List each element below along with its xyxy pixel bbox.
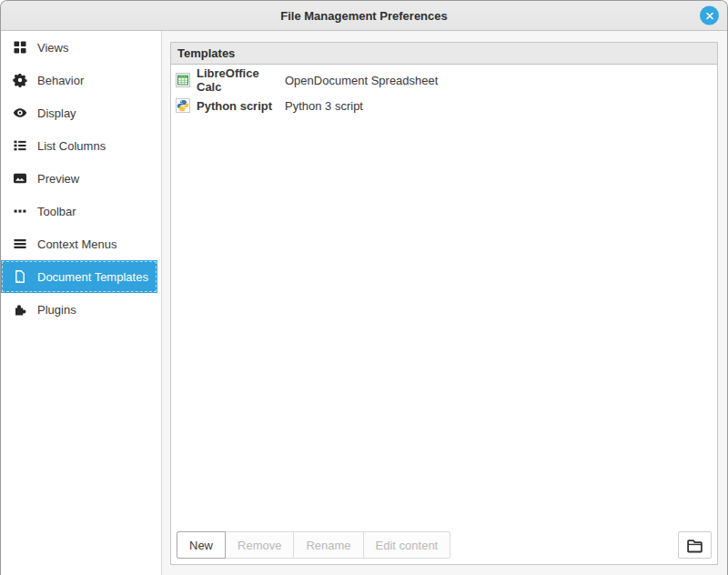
- templates-panel: Templates LibreOffice Calc OpenDocument …: [170, 42, 718, 565]
- open-templates-folder-button[interactable]: [678, 531, 712, 559]
- list-columns-icon: [13, 138, 27, 153]
- gear-icon: [13, 73, 27, 87]
- grid-icon: [13, 40, 27, 55]
- sidebar-item-display[interactable]: Display: [1, 96, 157, 129]
- sidebar-item-label: List Columns: [37, 139, 106, 153]
- sidebar-item-label: Preview: [37, 172, 79, 186]
- sidebar-item-preview[interactable]: Preview: [1, 162, 157, 195]
- preferences-window: File Management Preferences Views Behavi…: [0, 0, 728, 575]
- sidebar: Views Behavior Display List Columns: [1, 31, 162, 575]
- template-actions-group: New Remove Rename Edit content: [177, 531, 450, 559]
- sidebar-item-label: Toolbar: [37, 205, 76, 218]
- sidebar-item-label: Views: [37, 41, 68, 55]
- image-icon: [13, 171, 27, 186]
- sidebar-item-toolbar[interactable]: Toolbar: [1, 195, 157, 227]
- template-name: LibreOffice Calc: [197, 66, 285, 94]
- sidebar-item-behavior[interactable]: Behavior: [1, 64, 157, 96]
- menu-lines-icon: [13, 237, 27, 251]
- template-row-libreoffice-calc[interactable]: LibreOffice Calc OpenDocument Spreadshee…: [171, 67, 717, 93]
- sidebar-item-label: Document Templates: [37, 270, 148, 284]
- new-button[interactable]: New: [177, 531, 226, 559]
- actions-toolbar: New Remove Rename Edit content: [171, 526, 717, 564]
- template-description: OpenDocument Spreadsheet: [285, 74, 438, 87]
- template-name: Python script: [197, 99, 285, 113]
- close-icon: [705, 11, 714, 20]
- sidebar-item-plugins[interactable]: Plugins: [1, 293, 157, 326]
- puzzle-icon: [13, 302, 27, 317]
- sidebar-item-context-menus[interactable]: Context Menus: [1, 227, 157, 260]
- close-button[interactable]: [700, 6, 719, 25]
- rename-button[interactable]: Rename: [293, 531, 363, 559]
- template-description: Python 3 script: [285, 99, 363, 113]
- sidebar-item-document-templates[interactable]: Document Templates: [1, 260, 157, 293]
- sidebar-item-list-columns[interactable]: List Columns: [1, 129, 157, 162]
- remove-button[interactable]: Remove: [225, 531, 294, 559]
- ellipsis-icon: [13, 204, 27, 218]
- edit-content-button[interactable]: Edit content: [363, 531, 451, 559]
- content-area: Templates LibreOffice Calc OpenDocument …: [162, 31, 727, 575]
- python-icon: [176, 98, 190, 113]
- sidebar-item-label: Behavior: [37, 74, 84, 87]
- sidebar-item-views[interactable]: Views: [1, 31, 157, 64]
- templates-header: Templates: [171, 43, 717, 65]
- sidebar-item-label: Plugins: [37, 303, 76, 317]
- sidebar-item-label: Display: [37, 106, 76, 120]
- window-title: File Management Preferences: [280, 9, 448, 23]
- eye-icon: [13, 106, 27, 120]
- folder-icon: [686, 537, 703, 554]
- document-icon: [13, 269, 27, 284]
- template-list: LibreOffice Calc OpenDocument Spreadshee…: [171, 65, 717, 526]
- libreoffice-calc-icon: [176, 73, 190, 87]
- sidebar-item-label: Context Menus: [37, 237, 116, 251]
- template-row-python-script[interactable]: Python script Python 3 script: [171, 93, 717, 118]
- titlebar: File Management Preferences: [1, 1, 727, 31]
- window-body: Views Behavior Display List Columns: [1, 31, 727, 575]
